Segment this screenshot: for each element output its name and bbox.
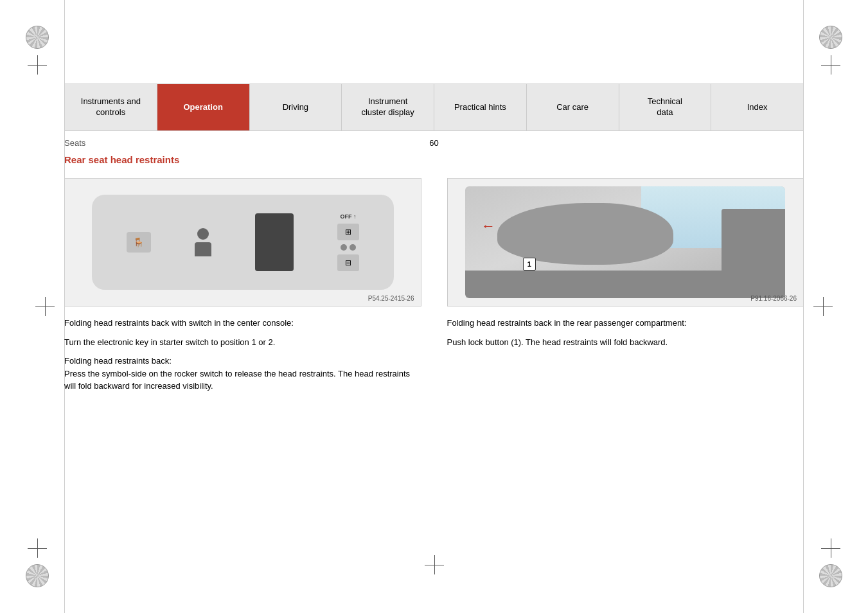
corner-deco-bottom-right bbox=[819, 538, 842, 587]
headrest-illustration: ← 1 bbox=[465, 186, 785, 298]
nav-item-practical-hints[interactable]: Practical hints bbox=[434, 84, 527, 130]
left-text-3: Folding head restraints back:Press the s… bbox=[64, 355, 421, 393]
control-panel-illustration: 🪑 OFF ↑ ⊞ bbox=[92, 195, 394, 290]
content-area: Rear seat head restraints 🪑 bbox=[64, 154, 804, 562]
left-mid-crosshair bbox=[35, 297, 55, 316]
corner-deco-top-left bbox=[26, 26, 49, 75]
right-text-2: Push lock button (1). The head restraint… bbox=[447, 336, 804, 349]
section-label: Seats bbox=[64, 138, 85, 148]
left-column: 🪑 OFF ↑ ⊞ bbox=[64, 178, 421, 399]
navigation-bar: Instruments and controls Operation Drivi… bbox=[64, 84, 804, 131]
left-image-caption: P54.25-2415-26 bbox=[368, 295, 414, 302]
nav-item-operation[interactable]: Operation bbox=[157, 84, 250, 130]
headrest-image: ← 1 P91.16-2066-26 bbox=[447, 178, 804, 306]
right-column: ← 1 P91.16-2066-26 Folding head restrain… bbox=[447, 178, 804, 399]
control-panel-image: 🪑 OFF ↑ ⊞ bbox=[64, 178, 421, 306]
cp-center-block bbox=[255, 213, 294, 271]
nav-item-driving[interactable]: Driving bbox=[250, 84, 342, 130]
right-text-1: Folding head restraints back in the rear… bbox=[447, 317, 804, 330]
nav-item-instruments-and-controls[interactable]: Instruments and controls bbox=[65, 84, 157, 130]
number-badge-1: 1 bbox=[523, 258, 536, 271]
nav-item-instrument-cluster-display[interactable]: Instrumentcluster display bbox=[342, 84, 434, 130]
corner-deco-bottom-left bbox=[26, 538, 49, 587]
right-mid-crosshair bbox=[813, 297, 833, 316]
nav-item-car-care[interactable]: Car care bbox=[527, 84, 619, 130]
two-column-layout: 🪑 OFF ↑ ⊞ bbox=[64, 178, 804, 399]
section-title: Rear seat head restraints bbox=[64, 154, 804, 165]
left-text-1: Folding head restraints back with switch… bbox=[64, 317, 421, 330]
nav-item-technical-data[interactable]: Technicaldata bbox=[619, 84, 712, 130]
page-number: 60 bbox=[429, 138, 438, 148]
corner-deco-top-right bbox=[819, 26, 842, 75]
nav-item-index[interactable]: Index bbox=[711, 84, 803, 130]
right-image-caption: P91.16-2066-26 bbox=[750, 295, 797, 302]
left-text-2: Turn the electronic key in starter switc… bbox=[64, 336, 421, 349]
